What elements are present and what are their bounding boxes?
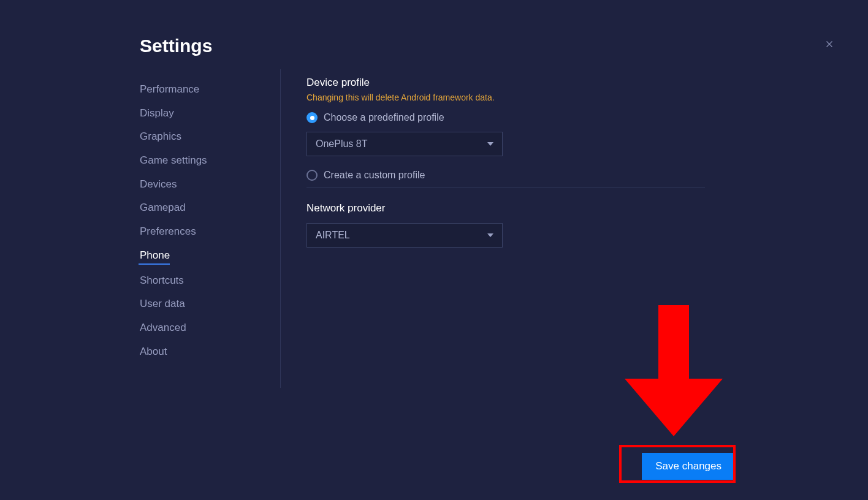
radio-predefined-label: Choose a predefined profile: [324, 112, 444, 123]
device-profile-value: OnePlus 8T: [316, 138, 367, 150]
device-profile-warning: Changing this will delete Android framew…: [306, 93, 842, 102]
sidebar-item-game-settings[interactable]: Game settings: [139, 149, 207, 173]
save-changes-button[interactable]: Save changes: [642, 453, 735, 480]
sidebar-item-user-data[interactable]: User data: [139, 292, 185, 316]
content-pane: Device profile Changing this will delete…: [281, 69, 868, 388]
device-profile-select[interactable]: OnePlus 8T: [306, 132, 503, 156]
radio-custom-row[interactable]: Create a custom profile: [306, 170, 842, 181]
sidebar-item-phone[interactable]: Phone: [139, 244, 170, 265]
settings-modal: Settings Performance Display Graphics Ga…: [0, 5, 868, 500]
sidebar-item-display[interactable]: Display: [139, 102, 174, 126]
network-provider-value: AIRTEL: [316, 230, 350, 241]
chevron-down-icon: [487, 233, 493, 237]
network-provider-select[interactable]: AIRTEL: [306, 223, 503, 248]
radio-dot-icon: [310, 116, 314, 120]
sidebar-item-graphics[interactable]: Graphics: [139, 125, 181, 149]
radio-predefined[interactable]: [306, 112, 318, 123]
device-profile-title: Device profile: [306, 77, 842, 89]
sidebar: Performance Display Graphics Game settin…: [139, 69, 281, 388]
section-divider: [306, 187, 705, 188]
sidebar-item-preferences[interactable]: Preferences: [139, 220, 196, 244]
page-title: Settings: [140, 36, 212, 56]
close-icon: [824, 39, 835, 50]
sidebar-item-advanced[interactable]: Advanced: [139, 316, 186, 340]
radio-custom[interactable]: [306, 170, 318, 181]
close-button[interactable]: [819, 34, 840, 57]
network-provider-title: Network provider: [306, 202, 842, 214]
device-profile-section: Device profile Changing this will delete…: [306, 77, 842, 248]
modal-header: Settings: [0, 5, 868, 69]
radio-predefined-row[interactable]: Choose a predefined profile: [306, 112, 842, 123]
sidebar-item-performance[interactable]: Performance: [139, 78, 199, 102]
sidebar-item-shortcuts[interactable]: Shortcuts: [139, 269, 184, 293]
chevron-down-icon: [487, 142, 493, 146]
modal-body: Performance Display Graphics Game settin…: [0, 69, 868, 388]
sidebar-item-devices[interactable]: Devices: [139, 173, 177, 197]
radio-custom-label: Create a custom profile: [324, 170, 425, 181]
modal-footer: Save changes: [642, 453, 735, 480]
sidebar-item-gamepad[interactable]: Gamepad: [139, 196, 186, 220]
sidebar-item-about[interactable]: About: [139, 340, 167, 364]
